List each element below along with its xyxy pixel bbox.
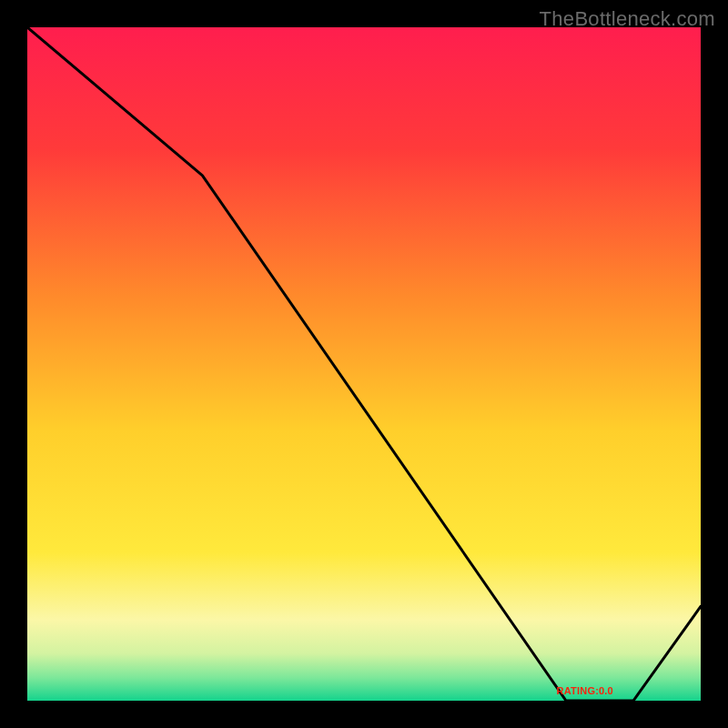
rating-label: RATING:0.0 (557, 685, 613, 696)
gradient-background (27, 27, 701, 701)
bottleneck-chart (27, 27, 701, 701)
chart-frame: TheBottleneck.com RATING:0.0 (0, 0, 728, 728)
